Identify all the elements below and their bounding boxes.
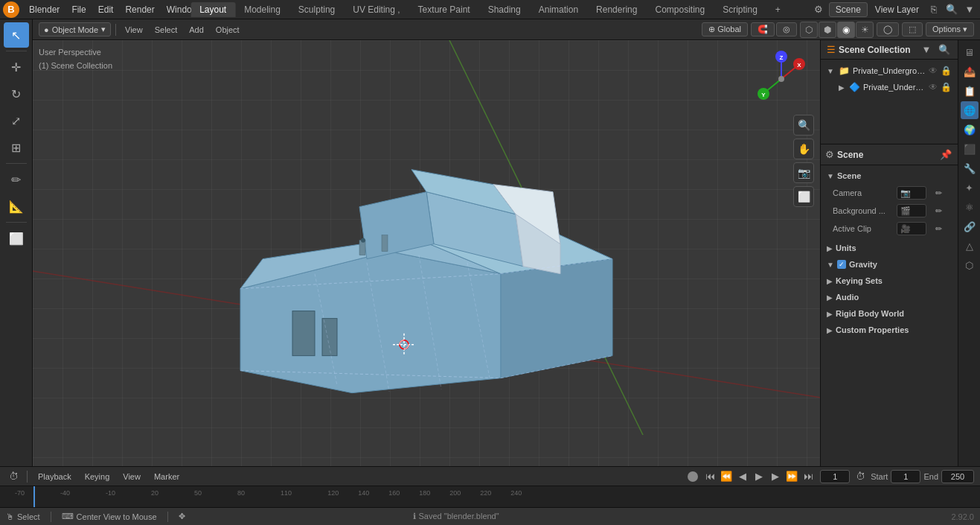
jump-end-btn[interactable]: ⏭ [801,469,816,484]
menu-item-render[interactable]: Render [120,3,159,16]
jump-next-key-btn[interactable]: ⏩ [784,469,799,484]
ws-tab-add[interactable]: + [766,2,790,17]
mode-selector[interactable]: ● Object Mode ▾ [39,22,111,36]
gravity-checkbox[interactable]: ✓ [837,260,846,269]
section-audio[interactable]: ▶ Audio [821,289,958,305]
options-btn[interactable]: Options ▾ [926,22,974,36]
prop-tab-modifiers[interactable]: 🔧 [961,159,979,177]
section-units[interactable]: ▶ Units [821,240,958,256]
prop-tab-objectdata[interactable]: △ [961,237,979,255]
tool-move[interactable]: ✛ [4,54,29,80]
keyframe-dot[interactable] [688,471,698,482]
prop-tab-physics[interactable]: ⚛ [961,198,979,216]
ws-tab-texture-paint[interactable]: Texture Paint [409,2,479,17]
search-icon-top[interactable]: 🔍 [944,2,959,17]
outliner-row-collection[interactable]: ▼ 📁 Private_Underground_Bu 👁 🔒 [821,63,958,79]
keying-btn[interactable]: Keying [80,471,115,483]
tool-transform[interactable]: ⊞ [4,135,29,160]
camera-btn[interactable]: 📷 [793,162,814,183]
section-keying-sets[interactable]: ▶ Keying Sets [821,273,958,289]
tool-add-cube[interactable]: ⬜ [4,226,29,251]
prop-tab-world[interactable]: 🌍 [961,121,979,139]
ws-tab-shading[interactable]: Shading [479,2,530,17]
play-btn[interactable]: ▶ [752,469,766,484]
ws-tab-scripting[interactable]: Scripting [714,2,766,17]
engine-icon[interactable]: ⚙ [811,2,826,17]
background-edit-icon[interactable]: ✏ [931,203,946,218]
snap-magnet[interactable]: 🧲 [751,22,775,36]
timeline-ruler[interactable]: -70 -40 -10 20 50 80 110 120 140 160 180… [0,486,980,507]
tool-rotate[interactable]: ↻ [4,81,29,106]
xray-btn[interactable]: ⬚ [902,22,923,36]
ws-tab-sculpting[interactable]: Sculpting [289,2,344,17]
eye-icon-1[interactable]: 👁 [929,66,938,76]
camera-value[interactable]: 📷 [897,186,926,200]
background-value[interactable]: 🎬 [897,204,926,217]
pin-icon[interactable]: 📌 [938,147,953,162]
overlay-btn[interactable]: ◯ [877,22,899,36]
current-frame-input[interactable] [820,470,850,483]
scene-selector[interactable]: Scene [829,2,868,17]
section-custom-props[interactable]: ▶ Custom Properties [821,322,958,338]
prop-tab-object[interactable]: ⬛ [961,140,979,158]
section-scene-header[interactable]: ▼ Scene [827,168,952,184]
section-gravity[interactable]: ▼ ✓ Gravity [821,256,958,273]
menu-item-file[interactable]: File [66,3,91,16]
marker-btn[interactable]: Marker [150,471,184,483]
section-rigid-body[interactable]: ▶ Rigid Body World [821,305,958,322]
prop-tab-output[interactable]: 📤 [961,63,979,80]
start-frame-input[interactable] [891,470,920,483]
perspective-btn[interactable]: ⬜ [793,186,814,207]
menu-item-blender[interactable]: Blender [24,3,65,16]
camera-edit-icon[interactable]: ✏ [931,185,946,200]
transform-global[interactable]: ⊕ Global [702,22,748,36]
prop-tab-scene[interactable]: 🌐 [961,101,979,119]
ws-tab-uv-editing[interactable]: UV Editing , [344,2,409,17]
prop-tab-particles[interactable]: ✦ [961,179,979,197]
3d-viewport[interactable]: User Perspective (1) Scene Collection Z [33,40,820,466]
menu-item-edit[interactable]: Edit [93,3,119,16]
playback-btn[interactable]: Playback [33,471,76,483]
ws-tab-layout[interactable]: Layout [190,2,235,17]
header-object-btn[interactable]: Object [211,24,244,36]
tool-scale[interactable]: ⤢ [4,108,29,133]
clip-edit-icon[interactable]: ✏ [931,221,946,236]
outliner-filter-icon[interactable]: ▼ [919,42,934,57]
timeline-view-btn[interactable]: View [118,471,145,483]
ws-tab-animation[interactable]: Animation [530,2,587,17]
prop-tab-material[interactable]: ⬡ [961,256,979,274]
filter-icon[interactable]: ▼ [962,2,977,17]
jump-start-btn[interactable]: ⏮ [702,469,717,484]
copy-icon[interactable]: ⎘ [926,2,941,17]
outliner-search-icon[interactable]: 🔍 [937,42,952,57]
proportional-edit[interactable]: ◎ [776,22,797,36]
tool-select[interactable]: ↖ [4,22,29,48]
prop-tab-constraints[interactable]: 🔗 [961,217,979,235]
ws-tab-rendering[interactable]: Rendering [587,2,646,17]
shade-solid[interactable]: ⬢ [819,22,836,38]
ws-tab-compositing[interactable]: Compositing [646,2,714,17]
outliner-row-mesh[interactable]: ▶ 🔷 Private_Underground... 👁 🔒 [821,79,958,95]
step-fwd-btn[interactable]: ▶ [768,469,783,484]
restrict-icon-2[interactable]: 🔒 [941,82,952,92]
tool-measure[interactable]: 📐 [4,194,29,219]
navigation-gizmo[interactable]: Z X Y [752,49,811,109]
tool-annotate[interactable]: ✏ [4,167,29,192]
zoom-in-btn[interactable]: 🔍 [793,115,814,136]
pan-btn[interactable]: ✋ [793,139,814,159]
shade-wireframe[interactable]: ⬡ [800,22,818,38]
step-back-btn[interactable]: ◀ [735,469,750,484]
header-select-btn[interactable]: Select [150,24,182,36]
jump-prev-key-btn[interactable]: ⏪ [719,469,734,484]
restrict-icon-1[interactable]: 🔒 [941,66,952,76]
shade-rendered[interactable]: ☀ [856,22,874,38]
header-add-btn[interactable]: Add [185,24,208,36]
ws-tab-modeling[interactable]: Modeling [235,2,289,17]
eye-icon-2[interactable]: 👁 [929,82,938,92]
header-view-btn[interactable]: View [121,24,147,36]
prop-tab-render[interactable]: 🖥 [961,43,979,61]
end-frame-input[interactable] [941,470,974,483]
active-clip-value[interactable]: 🎥 [897,222,926,235]
prop-tab-viewlayer[interactable]: 📋 [961,82,979,100]
shade-material[interactable]: ◉ [837,22,855,38]
